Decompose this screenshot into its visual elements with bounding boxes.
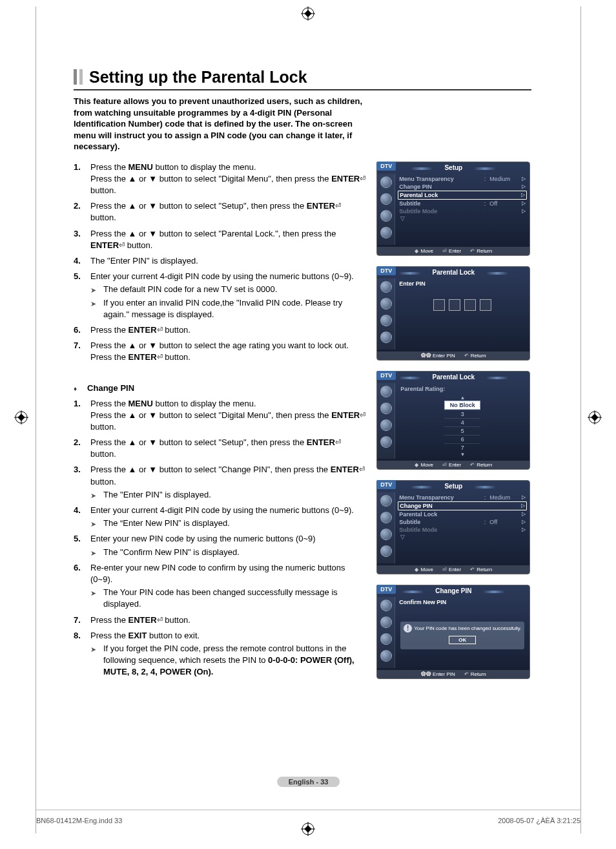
step-body: Press the ▲ or ▼ button to select "Setup… [90,200,367,224]
step-item: 4.The "Enter PIN" is displayed. [74,255,367,267]
osd-column: DTV Setup Menu Transparency:Medium▷ Chan… [376,162,531,689]
dtv-badge: DTV [376,266,396,275]
step-body: Press the MENU button to display the men… [90,162,367,197]
step-item: 7.Press the ▲ or ▼ button to select the … [74,340,367,363]
menu-item[interactable]: Parental Lock▷ [398,510,527,518]
osd-title: Setup [433,164,474,171]
rating-option[interactable]: 5 [444,426,480,435]
crop-mark-icon [588,410,602,424]
success-dialog: !Your PIN code has been changed successf… [400,622,524,649]
step-note: If you enter an invalid PIN code,the "In… [90,297,367,320]
step-item: 3.Press the ▲ or ▼ button to select "Par… [74,228,367,251]
intro-text: This feature allows you to prevent unaut… [74,96,371,152]
change-pin-heading: Change PIN [74,383,367,393]
osd-iconbar [377,597,395,668]
menu-item-disabled: Subtitle Mode▷ [398,207,527,215]
menu-item[interactable]: Subtitle:Off▷ [398,518,527,526]
step-body: Press the MENU button to display the men… [90,398,367,434]
rating-option[interactable]: 6 [444,435,480,443]
rating-option[interactable]: 7 [444,443,480,452]
step-number: 1. [74,162,90,197]
step-item: 5.Enter your current 4-digit PIN code by… [74,271,367,320]
menu-item[interactable]: Menu Transparency:Medium▷ [398,494,527,501]
rating-option[interactable]: 3 [444,410,480,418]
step-body: Press the ▲ or ▼ button to select "Chang… [90,464,367,501]
osd-title: Parental Lock [421,269,487,276]
osd-footer: Move Enter Return [377,247,529,255]
dtv-badge: DTV [376,371,396,380]
osd-footer: Enter PIN Return [377,351,529,360]
step-item: 3.Press the ▲ or ▼ button to select "Cha… [74,464,367,501]
dtv-badge: DTV [376,585,396,594]
up-arrow-icon: ▲ [398,395,527,401]
step-body: Enter your current 4-digit PIN code by u… [90,505,367,529]
more-indicator-icon: ▽ [398,215,527,222]
step-number: 4. [74,255,90,267]
step-number: 3. [74,464,90,501]
step-number: 1. [74,398,90,434]
osd-setup-parental: DTV Setup Menu Transparency:Medium▷ Chan… [376,162,530,256]
ok-button[interactable]: OK [449,636,476,644]
step-number: 6. [74,324,90,336]
step-body: Press the ▲ or ▼ button to select "Paren… [90,228,367,251]
osd-iconbar [377,278,395,350]
pin-input[interactable] [398,299,527,311]
menu-item-disabled: Subtitle Mode▷ [398,526,527,534]
step-body: Enter your current 4-digit PIN code by u… [90,271,367,320]
footer-filename: BN68-01412M-Eng.indd 33 [36,817,122,824]
step-body: Re-enter your new PIN code to confirm by… [90,562,367,611]
note-arrow-icon [90,547,103,558]
steps-list-1: 1.Press the MENU button to display the m… [74,162,367,364]
page-title: Setting up the Parental Lock [74,68,531,90]
rating-list[interactable]: ▲ No Block 3 4 5 6 7 ▼ [398,395,527,457]
osd-footer: Move Enter Return [377,461,529,469]
rating-option-selected[interactable]: No Block [444,401,480,410]
step-item: 7.Press the ENTER button. [74,614,367,626]
osd-title: Change PIN [424,587,483,594]
note-arrow-icon [90,297,103,320]
osd-iconbar [377,383,395,459]
osd-confirm-pin: DTV Change PIN Confirm New PIN !Your PIN… [376,585,530,679]
menu-item[interactable]: Change PIN▷ [398,183,527,191]
menu-item-selected[interactable]: Parental Lock▷ [398,191,527,200]
osd-iconbar [377,492,395,563]
page-number: English - 33 [277,777,340,787]
step-number: 3. [74,228,90,251]
step-note: If you forget the PIN code, press the re… [90,643,367,678]
step-note: The "Enter PIN" is displayed. [90,489,367,501]
info-icon: ! [404,624,412,633]
menu-item[interactable]: Subtitle:Off▷ [398,200,527,207]
osd-title: Parental Lock [421,373,487,381]
enter-pin-label: Enter PIN [398,280,527,288]
footer-divider [36,810,580,810]
step-number: 4. [74,505,90,529]
dtv-badge: DTV [376,162,396,171]
osd-enter-pin: DTV Parental Lock Enter PIN Enter PIN Re… [376,266,530,361]
instructions-column: 1.Press the MENU button to display the m… [74,162,367,689]
osd-setup-changepin: DTV Setup Menu Transparency:Medium▷ Chan… [376,480,530,574]
step-body: Press the ENTER button. [90,614,367,626]
steps-list-2: 1.Press the MENU button to display the m… [74,398,367,678]
note-arrow-icon [90,643,103,678]
step-body: Press the EXIT button to exit.If you for… [90,630,367,678]
step-note: The default PIN code for a new TV set is… [90,284,367,295]
page: Setting up the Parental Lock This featur… [36,6,581,833]
osd-title: Setup [433,483,474,490]
step-number: 6. [74,562,90,611]
step-number: 2. [74,200,90,224]
step-body: Enter your new PIN code by using the num… [90,533,367,558]
parental-rating-label: Parental Rating: [398,384,527,393]
footer-timestamp: 2008-05-07 ¿ÀÈÄ 3:21:25 [498,817,580,824]
note-arrow-icon [90,587,103,610]
step-item: 1.Press the MENU button to display the m… [74,398,367,434]
rating-option[interactable]: 4 [444,418,480,426]
menu-item-selected[interactable]: Change PIN▷ [398,501,527,510]
more-indicator-icon: ▽ [398,534,527,540]
menu-item[interactable]: Menu Transparency:Medium▷ [398,175,527,183]
step-note: The “Enter New PIN” is displayed. [90,518,367,529]
step-item: 6.Re-enter your new PIN code to confirm … [74,562,367,611]
osd-footer: Enter PIN Return [377,670,529,678]
step-body: Press the ▲ or ▼ button to select "Setup… [90,437,367,460]
step-item: 4.Enter your current 4-digit PIN code by… [74,505,367,529]
success-message: Your PIN code has been changed successfu… [414,625,521,631]
